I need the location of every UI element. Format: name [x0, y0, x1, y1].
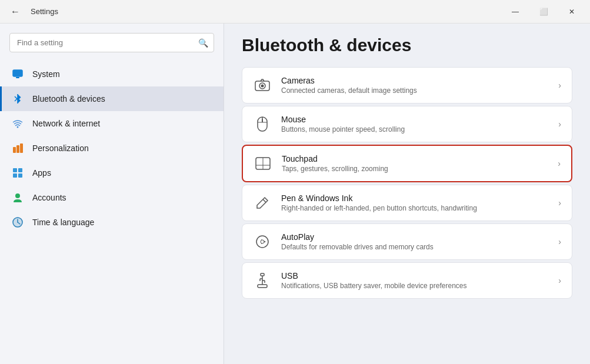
sidebar-item-bluetooth[interactable]: Bluetooth & devices — [0, 86, 224, 111]
usb-title: USB — [281, 271, 549, 280]
svg-rect-1 — [16, 77, 19, 78]
svg-point-18 — [261, 85, 264, 88]
apps-icon — [11, 166, 24, 179]
personalization-icon — [11, 142, 24, 155]
mouse-icon — [253, 115, 272, 133]
autoplay-title: AutoPlay — [281, 232, 549, 242]
sidebar-item-network-label: Network & internet — [32, 119, 100, 128]
touchpad-desc: Taps, gestures, scrolling, zooming — [282, 165, 548, 173]
settings-list: Cameras Connected cameras, default image… — [242, 67, 572, 299]
time-icon — [11, 216, 24, 229]
close-button[interactable]: ✕ — [558, 2, 585, 21]
search-wrapper: 🔍 — [9, 33, 214, 52]
accounts-icon — [11, 191, 24, 204]
cameras-chevron: › — [558, 81, 561, 90]
sidebar-item-accounts[interactable]: Accounts — [0, 185, 224, 210]
settings-item-touchpad[interactable]: Touchpad Taps, gestures, scrolling, zoom… — [242, 145, 572, 182]
system-icon — [11, 68, 24, 81]
usb-desc: Notifications, USB battery saver, mobile… — [281, 282, 549, 290]
pen-icon — [253, 193, 272, 212]
settings-item-usb[interactable]: USB Notifications, USB battery saver, mo… — [242, 262, 572, 299]
sidebar: 🔍 System — [0, 24, 224, 364]
autoplay-text: AutoPlay Defaults for removable drives a… — [281, 232, 549, 251]
sidebar-item-system[interactable]: System — [0, 62, 224, 86]
content-inner: Bluetooth & devices Cameras Con — [224, 24, 590, 364]
svg-rect-0 — [13, 70, 22, 76]
svg-rect-8 — [18, 168, 22, 172]
titlebar: ← Settings — ⬜ ✕ — [0, 0, 590, 24]
cameras-desc: Connected cameras, default image setting… — [281, 86, 549, 95]
pen-desc: Right-handed or left-handed, pen button … — [281, 204, 549, 212]
usb-icon — [253, 271, 272, 290]
titlebar-left: ← Settings — [7, 4, 58, 20]
touchpad-title: Touchpad — [282, 154, 548, 163]
svg-point-11 — [15, 193, 20, 198]
settings-item-mouse[interactable]: Mouse Buttons, mouse pointer speed, scro… — [242, 106, 572, 142]
usb-chevron: › — [558, 276, 561, 285]
sidebar-item-accounts-label: Accounts — [32, 193, 66, 202]
svg-rect-4 — [13, 147, 16, 153]
autoplay-icon — [253, 232, 272, 251]
svg-rect-9 — [13, 173, 17, 178]
touchpad-chevron: › — [558, 159, 561, 168]
minimize-button[interactable]: — — [502, 2, 529, 21]
pen-text: Pen & Windows Ink Right-handed or left-h… — [281, 193, 549, 212]
svg-line-26 — [263, 199, 266, 202]
autoplay-desc: Defaults for removable drives and memory… — [281, 243, 549, 251]
svg-rect-30 — [261, 273, 264, 276]
page-title: Bluetooth & devices — [242, 35, 572, 55]
sidebar-item-time-label: Time & language — [32, 218, 94, 227]
search-container: 🔍 — [0, 33, 224, 62]
touchpad-text: Touchpad Taps, gestures, scrolling, zoom… — [282, 154, 548, 173]
main-layout: 🔍 System — [0, 24, 590, 364]
pen-chevron: › — [558, 198, 561, 208]
sidebar-item-personalization[interactable]: Personalization — [0, 136, 224, 161]
bluetooth-icon — [11, 92, 24, 105]
sidebar-item-bluetooth-label: Bluetooth & devices — [32, 94, 105, 103]
mouse-desc: Buttons, mouse pointer speed, scrolling — [281, 125, 549, 133]
svg-rect-10 — [18, 173, 22, 178]
back-button[interactable]: ← — [7, 4, 24, 20]
cameras-icon — [253, 76, 272, 95]
svg-rect-6 — [20, 143, 23, 153]
cameras-text: Cameras Connected cameras, default image… — [281, 76, 549, 95]
svg-point-29 — [261, 240, 264, 243]
network-icon — [11, 117, 24, 130]
cameras-title: Cameras — [281, 76, 549, 85]
pen-title: Pen & Windows Ink — [281, 193, 549, 203]
settings-item-cameras[interactable]: Cameras Connected cameras, default image… — [242, 67, 572, 103]
nav-items: System Bluetooth & devices — [0, 62, 224, 235]
mouse-title: Mouse — [281, 115, 549, 124]
mouse-text: Mouse Buttons, mouse pointer speed, scro… — [281, 115, 549, 133]
maximize-button[interactable]: ⬜ — [530, 2, 557, 21]
window-controls: — ⬜ ✕ — [502, 2, 585, 21]
sidebar-item-time[interactable]: Time & language — [0, 210, 224, 235]
content: Bluetooth & devices Cameras Con — [224, 24, 590, 364]
mouse-chevron: › — [558, 119, 561, 129]
sidebar-item-system-label: System — [32, 69, 60, 79]
sidebar-item-network[interactable]: Network & internet — [0, 111, 224, 136]
sidebar-item-personalization-label: Personalization — [32, 143, 89, 153]
svg-point-3 — [17, 126, 19, 128]
sidebar-item-apps[interactable]: Apps — [0, 161, 224, 185]
svg-rect-5 — [16, 145, 19, 153]
touchpad-icon — [254, 154, 272, 173]
app-title: Settings — [31, 7, 58, 16]
svg-rect-7 — [13, 168, 17, 172]
sidebar-item-apps-label: Apps — [32, 168, 51, 178]
settings-item-autoplay[interactable]: AutoPlay Defaults for removable drives a… — [242, 223, 572, 260]
back-icon: ← — [11, 6, 20, 17]
settings-item-pen[interactable]: Pen & Windows Ink Right-handed or left-h… — [242, 185, 572, 221]
search-input[interactable] — [9, 33, 214, 52]
autoplay-chevron: › — [558, 237, 561, 246]
usb-text: USB Notifications, USB battery saver, mo… — [281, 271, 549, 290]
svg-rect-32 — [258, 285, 267, 288]
